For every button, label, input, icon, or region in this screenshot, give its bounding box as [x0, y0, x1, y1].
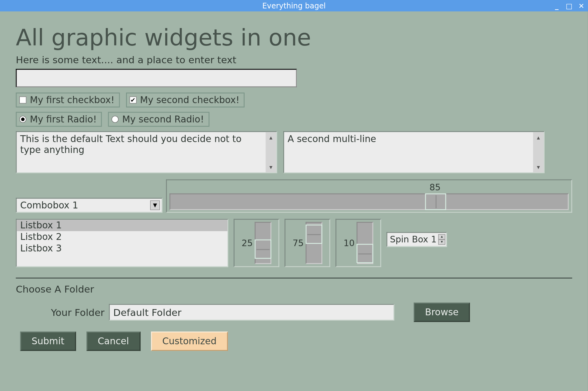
spin-down-icon[interactable]: ▾	[438, 240, 445, 245]
horizontal-slider[interactable]: 85	[166, 179, 572, 213]
spinbox-arrows: ▴ ▾	[438, 234, 445, 245]
multiline-2[interactable]: A second multi-line ▴ ▾	[283, 131, 545, 173]
checkbox-1-label: My first checkbox!	[30, 95, 114, 105]
vslider-2-value: 75	[293, 238, 304, 248]
multiline-row: This is the default Text should you deci…	[16, 131, 572, 173]
vslider-thumb[interactable]	[255, 240, 271, 259]
combobox-value: Combobox 1	[20, 200, 78, 211]
window-controls: _ □ ✕	[553, 0, 585, 12]
submit-button[interactable]: Submit	[20, 331, 76, 351]
combo-slider-row: Combobox 1 ▼ 85	[16, 179, 572, 213]
checkbox-1[interactable]: My first checkbox!	[16, 93, 120, 107]
intro-text: Here is some text.... and a place to ent…	[16, 55, 572, 65]
spinbox-value: Spin Box 1	[390, 234, 437, 245]
radio-row: My first Radio! My second Radio!	[16, 112, 572, 127]
vertical-slider-2[interactable]: 75	[284, 219, 330, 267]
checkbox-2[interactable]: ✔ My second checkbox!	[126, 93, 245, 107]
scroll-up-icon[interactable]: ▴	[533, 132, 544, 143]
vslider-thumb[interactable]	[357, 244, 373, 263]
maximize-icon[interactable]: □	[565, 2, 573, 10]
separator	[16, 278, 572, 279]
window-body: All graphic widgets in one Here is some …	[0, 12, 588, 360]
vslider-track[interactable]	[357, 222, 373, 264]
scroll-down-icon[interactable]: ▾	[266, 162, 276, 172]
vertical-slider-3[interactable]: 10	[335, 219, 381, 267]
customized-button[interactable]: Customized	[151, 331, 228, 351]
checkbox-icon: ✔	[129, 97, 137, 104]
list-item[interactable]: Listbox 1	[17, 220, 227, 231]
list-slider-row: Listbox 1 Listbox 2 Listbox 3 25 75 10	[16, 219, 572, 267]
hslider-track[interactable]	[169, 193, 569, 210]
scrollbar[interactable]: ▴ ▾	[266, 132, 276, 173]
vertical-slider-1[interactable]: 25	[234, 219, 279, 267]
folder-label: Your Folder	[51, 307, 104, 318]
checkbox-icon	[19, 97, 27, 104]
window-title: Everything bagel	[262, 1, 326, 10]
multiline-1[interactable]: This is the default Text should you deci…	[16, 131, 277, 173]
hslider-value: 85	[169, 182, 569, 193]
checkbox-row: My first checkbox! ✔ My second checkbox!	[16, 93, 572, 107]
cancel-button[interactable]: Cancel	[86, 331, 140, 351]
vslider-1-value: 25	[242, 238, 253, 248]
vslider-thumb[interactable]	[305, 225, 322, 244]
folder-row: Your Folder Browse	[16, 303, 572, 322]
hslider-thumb[interactable]	[425, 193, 446, 210]
text-input[interactable]	[16, 69, 297, 87]
chevron-down-icon[interactable]: ▼	[150, 200, 160, 210]
folder-input[interactable]	[109, 304, 394, 321]
radio-icon	[19, 116, 27, 123]
scrollbar[interactable]: ▴ ▾	[533, 132, 544, 173]
radio-icon	[112, 116, 119, 123]
combobox[interactable]: Combobox 1 ▼	[16, 198, 163, 213]
list-item[interactable]: Listbox 2	[17, 231, 227, 243]
folder-heading: Choose A Folder	[16, 284, 572, 295]
scroll-up-icon[interactable]: ▴	[266, 132, 276, 143]
listbox[interactable]: Listbox 1 Listbox 2 Listbox 3	[16, 219, 228, 267]
app-window: Everything bagel _ □ ✕ All graphic widge…	[0, 0, 588, 391]
radio-2-label: My second Radio!	[122, 114, 204, 125]
multiline-2-text: A second multi-line	[284, 132, 533, 173]
spin-up-icon[interactable]: ▴	[438, 234, 445, 240]
vslider-track[interactable]	[255, 222, 271, 264]
list-item[interactable]: Listbox 3	[17, 242, 227, 254]
page-title: All graphic widgets in one	[16, 25, 572, 51]
button-row: Submit Cancel Customized	[16, 331, 572, 351]
close-icon[interactable]: ✕	[577, 2, 585, 10]
radio-1[interactable]: My first Radio!	[16, 112, 102, 127]
browse-button[interactable]: Browse	[414, 303, 470, 322]
titlebar: Everything bagel _ □ ✕	[0, 0, 588, 12]
radio-1-label: My first Radio!	[30, 114, 97, 125]
checkbox-2-label: My second checkbox!	[140, 95, 240, 105]
radio-2[interactable]: My second Radio!	[108, 112, 209, 127]
minimize-icon[interactable]: _	[553, 2, 561, 10]
vslider-track[interactable]	[305, 222, 322, 264]
vslider-3-value: 10	[343, 238, 355, 248]
multiline-1-text: This is the default Text should you deci…	[17, 132, 265, 173]
spinbox[interactable]: Spin Box 1 ▴ ▾	[386, 232, 447, 247]
scroll-down-icon[interactable]: ▾	[533, 162, 544, 172]
